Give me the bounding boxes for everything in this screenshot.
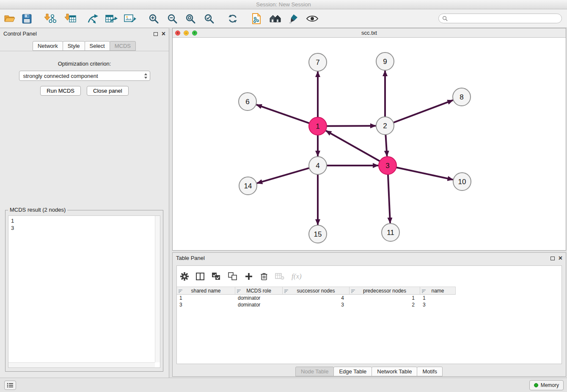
table-settings-icon[interactable]: [180, 272, 189, 281]
cell-successor-nodes[interactable]: 3: [283, 301, 350, 308]
cell-predecessor-nodes[interactable]: 1: [350, 295, 420, 301]
memory-button[interactable]: Memory: [529, 380, 564, 390]
new-network-icon[interactable]: [86, 12, 100, 25]
tab-select[interactable]: Select: [85, 41, 110, 51]
window-zoom-icon[interactable]: +: [192, 30, 197, 36]
cell-name[interactable]: 1: [420, 295, 456, 301]
graph-edge-3-10[interactable]: [396, 167, 453, 179]
graph-node-label: 14: [244, 182, 252, 190]
graph-node-label: 6: [245, 98, 249, 106]
mcds-result-list: 1 3: [8, 215, 160, 368]
result-vertical-scrollbar[interactable]: [155, 216, 160, 362]
tab-network[interactable]: Network: [33, 41, 63, 51]
cell-shared-name[interactable]: 1: [177, 295, 235, 301]
control-panel-header: Control Panel ×: [0, 28, 169, 39]
save-session-icon[interactable]: [20, 12, 33, 25]
graph-node-1[interactable]: 1: [309, 117, 327, 135]
window-close-icon[interactable]: ×: [175, 30, 180, 36]
graph-node-10[interactable]: 10: [453, 173, 471, 190]
criterion-select[interactable]: strongly connected component: [19, 71, 150, 81]
deselect-all-icon[interactable]: [228, 272, 237, 281]
network-graph[interactable]: 7968124314101511: [173, 38, 566, 251]
cell-name[interactable]: 3: [420, 301, 456, 308]
network-canvas[interactable]: 7968124314101511: [173, 38, 566, 250]
network-overview-icon[interactable]: [268, 12, 282, 25]
tab-mcds[interactable]: MCDS: [110, 41, 136, 51]
graph-edge-3-11[interactable]: [388, 174, 390, 223]
graph-node-label: 2: [383, 122, 387, 130]
table-panel-tabs: Node Table Edge Table Network Table Moti…: [173, 367, 566, 376]
export-image-icon[interactable]: [123, 12, 137, 25]
mcds-result-line: 1: [11, 217, 157, 224]
column-header-shared-name[interactable]: shared name: [177, 287, 235, 295]
graph-node-4[interactable]: 4: [309, 157, 327, 174]
graph-node-14[interactable]: 14: [239, 177, 257, 195]
import-table-icon[interactable]: [63, 12, 77, 25]
tab-network-table[interactable]: Network Table: [372, 367, 417, 376]
table-panel-title: Table Panel: [176, 253, 205, 264]
graph-edge-4-14[interactable]: [257, 168, 309, 183]
cell-predecessor-nodes[interactable]: 2: [350, 301, 420, 308]
sort-icon: [422, 289, 426, 295]
tab-node-table[interactable]: Node Table: [295, 367, 334, 376]
graph-node-6[interactable]: 6: [239, 93, 256, 110]
import-network-icon[interactable]: [43, 12, 57, 25]
paint-style-icon[interactable]: [286, 12, 300, 25]
show-graphics-details-icon[interactable]: [306, 12, 319, 25]
sort-icon: [179, 289, 183, 295]
tab-style[interactable]: Style: [63, 41, 85, 51]
search-input[interactable]: [450, 16, 558, 22]
delete-column-icon[interactable]: [260, 272, 268, 281]
memory-status-icon: [534, 383, 538, 387]
zoom-fit-icon[interactable]: [184, 12, 197, 25]
close-panel-icon[interactable]: ×: [162, 32, 165, 36]
table-toolbar: f(x): [177, 266, 561, 287]
run-mcds-button[interactable]: Run MCDS: [40, 86, 81, 96]
zoom-selected-icon[interactable]: [202, 12, 216, 25]
graph-node-7[interactable]: 7: [309, 53, 327, 71]
cell-mcds-role[interactable]: dominator: [235, 301, 283, 308]
float-table-panel-icon[interactable]: [550, 257, 555, 260]
column-header-successor-nodes[interactable]: successor nodes: [283, 287, 350, 295]
graph-edge-1-6[interactable]: [256, 105, 309, 123]
brush-glyph: [288, 13, 299, 24]
new-table-icon[interactable]: [105, 12, 118, 25]
window-minimize-icon[interactable]: −: [184, 30, 189, 36]
graph-node-15[interactable]: 15: [309, 225, 327, 243]
zoom-in-icon[interactable]: [147, 12, 160, 25]
zoom-out-icon[interactable]: [165, 12, 179, 25]
show-columns-icon[interactable]: [196, 273, 204, 280]
refresh-glyph: [227, 13, 238, 24]
column-header-name[interactable]: name: [420, 287, 456, 295]
function-builder-icon: f(x): [292, 272, 302, 281]
task-history-button[interactable]: [4, 381, 16, 390]
graph-edge-1-2[interactable]: [327, 126, 376, 126]
export-document-icon[interactable]: [250, 12, 263, 25]
close-panel-button[interactable]: Close panel: [87, 86, 129, 96]
cell-mcds-role[interactable]: dominator: [235, 295, 283, 301]
graph-edge-2-8[interactable]: [394, 100, 453, 123]
select-all-icon[interactable]: [212, 272, 221, 281]
refresh-layout-icon[interactable]: [226, 12, 239, 25]
cell-successor-nodes[interactable]: 4: [283, 295, 350, 301]
graph-node-8[interactable]: 8: [453, 88, 471, 106]
graph-node-9[interactable]: 9: [376, 52, 394, 70]
graph-edge-3-1[interactable]: [326, 131, 380, 161]
result-horizontal-scrollbar[interactable]: [8, 362, 155, 367]
tab-edge-table[interactable]: Edge Table: [333, 367, 372, 376]
graph-node-3[interactable]: 3: [379, 157, 396, 174]
add-column-icon[interactable]: [245, 272, 253, 281]
tab-motifs[interactable]: Motifs: [417, 367, 443, 376]
column-header-mcds-role[interactable]: MCDS role: [235, 287, 283, 295]
close-table-panel-icon[interactable]: ×: [559, 256, 562, 260]
mcds-result-title: MCDS result (2 nodes): [8, 207, 67, 213]
cell-shared-name[interactable]: 3: [177, 301, 235, 308]
search-box[interactable]: [438, 14, 562, 23]
graph-node-11[interactable]: 11: [382, 224, 399, 241]
magnifier-check-glyph: [204, 13, 215, 24]
graph-edge-2-3[interactable]: [385, 135, 387, 156]
column-header-predecessor-nodes[interactable]: predecessor nodes: [350, 287, 420, 295]
open-session-icon[interactable]: [3, 12, 17, 25]
float-panel-icon[interactable]: [154, 32, 158, 36]
graph-node-2[interactable]: 2: [376, 117, 394, 135]
